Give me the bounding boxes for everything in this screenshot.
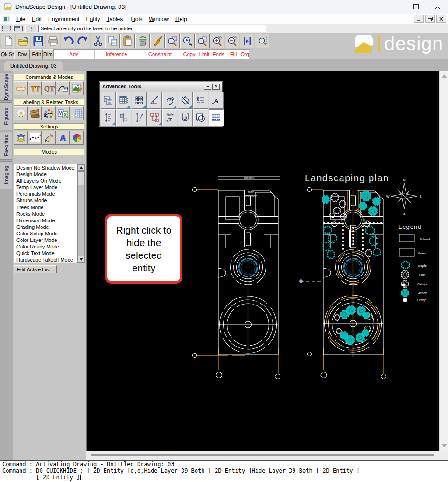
point-line-tool[interactable]	[132, 109, 147, 126]
palette-minimize-button[interactable]: –	[204, 84, 211, 90]
toolbar-tab[interactable]: Adv	[54, 50, 95, 59]
mode-list-item[interactable]: All Layers On Mode	[14, 177, 77, 184]
mode-list-item[interactable]: Hardscape Takeoff Mode	[14, 256, 77, 263]
mode-list-item[interactable]: Perennials Mode	[14, 191, 77, 197]
close-button[interactable]	[427, 0, 448, 14]
selection-grip[interactable]	[299, 279, 303, 284]
fill-view-button[interactable]	[240, 34, 254, 48]
select-window-button[interactable]	[1, 25, 12, 32]
text-edit-tool[interactable]: TEXTT	[162, 109, 177, 126]
figure-tool-button[interactable]	[14, 81, 28, 95]
plant-schedule-button[interactable]	[70, 106, 84, 120]
mode-list-item[interactable]: Dimension Mode	[14, 217, 77, 224]
mode-list-item[interactable]: Design No Shadow Mode	[14, 164, 77, 171]
drawing-tab[interactable]: Untitled Drawing: 03	[4, 61, 63, 71]
dot-grid-tool[interactable]	[132, 92, 147, 109]
side-tab[interactable]: Imaging	[0, 161, 12, 189]
select-single-button[interactable]	[25, 25, 36, 32]
scroll-up-arrow-icon[interactable]	[442, 74, 447, 78]
scroll-up-button[interactable]	[78, 164, 84, 171]
cut-button[interactable]	[91, 34, 105, 48]
toolbar-tab[interactable]: Ends	[211, 50, 226, 59]
copy-entity-tool[interactable]: E	[101, 92, 116, 109]
zoom-out-button[interactable]	[225, 34, 239, 48]
scroll-down-arrow-icon[interactable]	[442, 444, 447, 447]
table-tool[interactable]	[116, 92, 131, 109]
undo-button[interactable]	[61, 34, 75, 48]
layers-button[interactable]	[14, 131, 28, 145]
menu-item[interactable]: Environment	[45, 16, 83, 22]
align-tool[interactable]	[116, 109, 131, 126]
canvas-vertical-scrollbar[interactable]	[439, 71, 448, 451]
hardscape-label-button[interactable]	[28, 106, 42, 120]
mode-list-item[interactable]: Color Ready Mode	[14, 243, 77, 250]
mdi-minimize-button[interactable]	[414, 15, 424, 23]
modes-scrollbar[interactable]	[77, 164, 85, 263]
toolbar-tab[interactable]: Inference	[95, 50, 139, 59]
toolbar-tab[interactable]: Qk St	[0, 49, 14, 59]
rotate-copy-tool[interactable]	[162, 92, 177, 109]
toolbar-tab[interactable]: Fill	[226, 50, 241, 59]
mode-list-item[interactable]: Trees Mode	[14, 204, 77, 211]
canvas-horizontal-scrollbar[interactable]	[86, 451, 439, 460]
angle-measure-tool[interactable]	[147, 92, 162, 109]
text-settings-button[interactable]: AA	[56, 131, 70, 145]
mode-list-item[interactable]: Shrubs Mode	[14, 197, 77, 204]
u-shape-tool[interactable]	[178, 109, 193, 126]
selection-box[interactable]	[299, 262, 323, 284]
mode-list-item[interactable]: Design Mode	[14, 171, 77, 177]
list-items-tool[interactable]	[193, 92, 208, 109]
zoom-previous-button[interactable]	[165, 34, 180, 48]
entity-network-tool[interactable]: EEE	[147, 109, 162, 126]
zoom-in-button[interactable]	[210, 34, 224, 48]
menu-item[interactable]: Tools	[126, 16, 146, 22]
copy-button[interactable]	[105, 34, 120, 48]
annotation-tool[interactable]: a	[193, 109, 208, 126]
menu-item[interactable]: File	[13, 16, 28, 22]
toolbar-tab[interactable]: Drw	[14, 49, 30, 59]
command-prompt-field[interactable]	[38, 25, 266, 32]
zoom-window-button[interactable]	[195, 34, 210, 48]
zoom-extents-button[interactable]	[255, 34, 269, 48]
maximize-button[interactable]	[405, 0, 427, 14]
paste-button[interactable]	[120, 34, 135, 48]
measure-diamond-tool[interactable]	[178, 92, 193, 109]
color-settings-button[interactable]	[70, 131, 84, 145]
minimize-button[interactable]	[384, 0, 405, 14]
side-tab[interactable]: Favorites	[0, 132, 12, 160]
toolbar-tab[interactable]: Limit	[197, 50, 211, 59]
toolbar-tab[interactable]: Org	[241, 50, 250, 59]
mode-list-item[interactable]: Temp Layer Mode	[14, 184, 77, 191]
modes-list[interactable]: Design No Shadow ModeDesign ModeAll Laye…	[14, 164, 77, 263]
quick-text-button[interactable]: QT	[42, 81, 56, 95]
side-tab[interactable]: DynaScape	[0, 73, 12, 101]
palette-close-button[interactable]: ×	[212, 84, 220, 90]
menu-item[interactable]: Tables	[103, 16, 126, 22]
scroll-down-button[interactable]	[78, 256, 84, 262]
export-office-button[interactable]: WX	[56, 106, 70, 120]
menu-item[interactable]: Edit	[28, 16, 45, 22]
mode-list-item[interactable]: Quick Text Mode	[14, 250, 77, 256]
vertical-dimension-tool[interactable]	[101, 109, 116, 126]
linestyle-button[interactable]	[28, 131, 42, 145]
toolbar-tab[interactable]: Copy	[182, 50, 197, 59]
command-line-area[interactable]: Command : Activating Drawing - Untitled …	[0, 460, 448, 482]
mdi-restore-button[interactable]	[425, 15, 435, 23]
brush-button[interactable]	[150, 34, 165, 48]
print-button[interactable]	[46, 34, 60, 48]
edit-active-list-button[interactable]: Edit Active List...	[14, 265, 57, 273]
toolbar-tab[interactable]: Constraint	[139, 50, 182, 59]
open-button[interactable]	[16, 34, 30, 48]
text-on-curve-button[interactable]: TXT	[56, 81, 70, 95]
toolbar-tab[interactable]: Dim	[43, 49, 53, 59]
plant-label-button[interactable]	[14, 106, 28, 120]
mdi-close-button[interactable]	[436, 15, 446, 23]
mode-list-item[interactable]: Rocks Mode	[14, 211, 77, 217]
mode-list-item[interactable]: Color Layer Mode	[14, 237, 77, 243]
menu-item[interactable]: Entity	[83, 16, 103, 22]
select-crossing-button[interactable]	[13, 25, 24, 32]
side-tab[interactable]: Figures	[0, 102, 12, 130]
new-drawing-button[interactable]	[1, 34, 15, 48]
redo-button[interactable]	[76, 34, 90, 48]
toolbar-tab[interactable]: Edit	[30, 49, 43, 59]
